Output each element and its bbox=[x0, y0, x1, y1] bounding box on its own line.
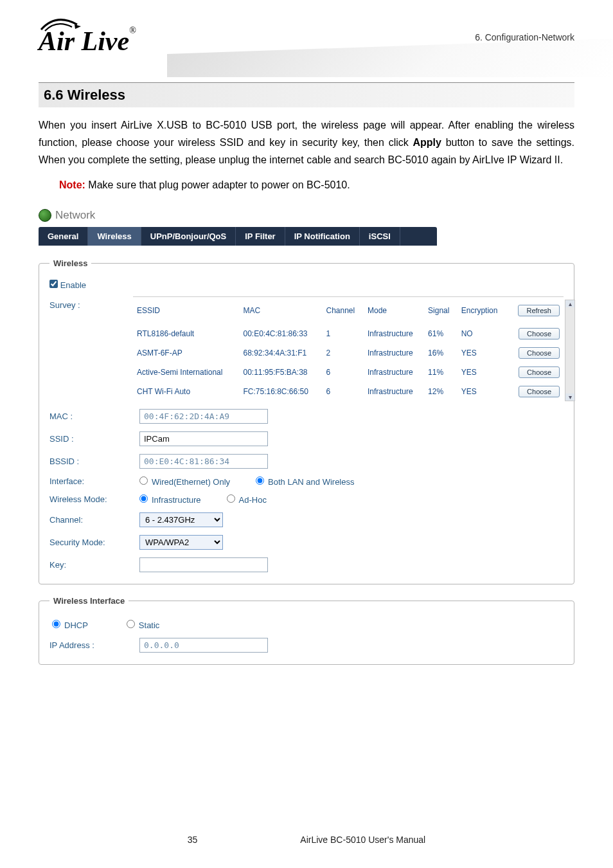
network-title: Network bbox=[55, 209, 95, 222]
note-line: Note: Make sure that plug power adapter … bbox=[59, 179, 574, 191]
section-paragraph: When you insert AirLive X.USB to BC-5010… bbox=[39, 116, 574, 169]
channel-select[interactable]: 6 - 2.437GHz bbox=[139, 512, 223, 527]
scrollbar[interactable]: ▴ ▾ bbox=[565, 300, 575, 401]
scroll-down-icon[interactable]: ▾ bbox=[565, 393, 574, 401]
col-mode: Mode bbox=[364, 302, 424, 324]
dhcp-radio[interactable] bbox=[52, 620, 60, 628]
channel-label: Channel: bbox=[49, 515, 139, 525]
table-row: ASMT-6F-AP68:92:34:4A:31:F12Infrastructu… bbox=[133, 343, 564, 363]
cell-signal: 61% bbox=[424, 324, 458, 343]
interface-wired-option[interactable]: Wired(Ethernet) Only bbox=[139, 476, 230, 487]
cell-mode: Infrastructure bbox=[364, 363, 424, 382]
scroll-up-icon[interactable]: ▴ bbox=[565, 300, 574, 307]
survey-table: ESSID MAC Channel Mode Signal Encryption… bbox=[133, 302, 564, 401]
note-label: Note: bbox=[59, 179, 85, 190]
cell-essid: CHT Wi-Fi Auto bbox=[133, 382, 239, 401]
cell-encryption: YES bbox=[458, 343, 508, 363]
wmode-adhoc-option[interactable]: Ad-Hoc bbox=[227, 494, 267, 505]
cell-encryption: YES bbox=[458, 363, 508, 382]
choose-button[interactable]: Choose bbox=[519, 328, 560, 339]
cell-channel: 1 bbox=[322, 324, 364, 343]
interface-both-option[interactable]: Both LAN and Wireless bbox=[256, 476, 354, 487]
col-mac: MAC bbox=[239, 302, 322, 324]
secmode-select[interactable]: WPA/WPA2 bbox=[139, 535, 223, 550]
wireless-interface-group: Wireless Interface DHCP Static IP Addres… bbox=[39, 596, 574, 665]
cell-mode: Infrastructure bbox=[364, 382, 424, 401]
bssid-label: BSSID : bbox=[49, 457, 139, 466]
col-channel: Channel bbox=[322, 302, 364, 324]
key-label: Key: bbox=[49, 560, 139, 570]
cell-mac: 00:E0:4C:81:86:33 bbox=[239, 324, 322, 343]
enable-checkbox-label[interactable]: Enable bbox=[49, 280, 86, 290]
choose-button[interactable]: Choose bbox=[519, 386, 560, 397]
tab-wireless[interactable]: Wireless bbox=[88, 227, 141, 246]
cell-mode: Infrastructure bbox=[364, 343, 424, 363]
cell-action: Choose bbox=[508, 343, 564, 363]
apply-bold: Apply bbox=[413, 137, 441, 148]
interface-both-radio[interactable] bbox=[256, 476, 264, 485]
network-panel: Network General Wireless UPnP/Bonjour/Qo… bbox=[39, 209, 574, 665]
refresh-button[interactable]: Refresh bbox=[518, 305, 560, 316]
wireless-legend: Wireless bbox=[49, 258, 91, 268]
section-title: 6.6 Wireless bbox=[44, 87, 569, 104]
table-row: CHT Wi-Fi AutoFC:75:16:8C:66:506Infrastr… bbox=[133, 382, 564, 401]
cell-essid: Active-Semi International bbox=[133, 363, 239, 382]
secmode-label: Security Mode: bbox=[49, 538, 139, 547]
airlive-logo: Air Live® bbox=[39, 26, 136, 57]
tab-general[interactable]: General bbox=[39, 227, 88, 246]
network-tabs: General Wireless UPnP/Bonjour/QoS IP Fil… bbox=[39, 227, 437, 246]
enable-checkbox[interactable] bbox=[49, 280, 58, 288]
ipaddr-label: IP Address : bbox=[49, 640, 139, 650]
wmode-adhoc-radio[interactable] bbox=[227, 494, 235, 503]
tab-ipnotification[interactable]: IP Notification bbox=[285, 227, 360, 246]
cell-encryption: NO bbox=[458, 324, 508, 343]
breadcrumb: 6. Configuration-Network bbox=[475, 32, 574, 42]
interface-wired-radio[interactable] bbox=[139, 476, 148, 485]
ipaddr-field bbox=[139, 638, 268, 653]
cell-mac: 00:11:95:F5:BA:38 bbox=[239, 363, 322, 382]
col-essid: ESSID bbox=[133, 302, 239, 324]
cell-mac: 68:92:34:4A:31:F1 bbox=[239, 343, 322, 363]
survey-label: Survey : bbox=[49, 296, 120, 310]
cell-mac: FC:75:16:8C:66:50 bbox=[239, 382, 322, 401]
cell-channel: 2 bbox=[322, 343, 364, 363]
cell-channel: 6 bbox=[322, 363, 364, 382]
wmode-infra-option[interactable]: Infrastructure bbox=[139, 494, 201, 505]
ssid-label: SSID : bbox=[49, 434, 139, 444]
static-radio[interactable] bbox=[127, 620, 135, 628]
wmode-label: Wireless Mode: bbox=[49, 494, 139, 504]
ssid-field[interactable] bbox=[139, 431, 268, 446]
choose-button[interactable]: Choose bbox=[519, 366, 560, 378]
tab-upnp[interactable]: UPnP/Bonjour/QoS bbox=[141, 227, 236, 246]
tab-iscsi[interactable]: iSCSI bbox=[360, 227, 400, 246]
note-text: Make sure that plug power adapter to pow… bbox=[85, 179, 350, 190]
page-footer: 35 AirLive BC-5010 User's Manual bbox=[0, 835, 613, 845]
key-field[interactable] bbox=[139, 557, 268, 572]
static-option[interactable]: Static bbox=[127, 620, 160, 630]
cell-action: Choose bbox=[508, 382, 564, 401]
wmode-infra-radio[interactable] bbox=[139, 494, 148, 503]
cell-essid: ASMT-6F-AP bbox=[133, 343, 239, 363]
interface-label: Interface: bbox=[49, 476, 139, 486]
col-signal: Signal bbox=[424, 302, 458, 324]
col-encryption: Encryption bbox=[458, 302, 508, 324]
wireless-group: Wireless Enable Survey : ESSID MAC bbox=[39, 258, 574, 584]
cell-encryption: YES bbox=[458, 382, 508, 401]
globe-icon bbox=[39, 209, 51, 222]
wifi-icon bbox=[40, 17, 85, 32]
page-header: Air Live® 6. Configuration-Network bbox=[39, 26, 574, 57]
table-row: Active-Semi International00:11:95:F5:BA:… bbox=[133, 363, 564, 382]
cell-action: Choose bbox=[508, 363, 564, 382]
cell-essid: RTL8186-default bbox=[133, 324, 239, 343]
cell-channel: 6 bbox=[322, 382, 364, 401]
cell-signal: 16% bbox=[424, 343, 458, 363]
choose-button[interactable]: Choose bbox=[519, 347, 560, 359]
page-number: 35 bbox=[188, 835, 198, 845]
cell-mode: Infrastructure bbox=[364, 324, 424, 343]
section-title-bar: 6.6 Wireless bbox=[39, 82, 574, 107]
bssid-field bbox=[139, 454, 268, 469]
enable-text: Enable bbox=[60, 280, 86, 290]
dhcp-option[interactable]: DHCP bbox=[52, 620, 88, 630]
tab-ipfilter[interactable]: IP Filter bbox=[236, 227, 285, 246]
mac-field bbox=[139, 409, 268, 424]
